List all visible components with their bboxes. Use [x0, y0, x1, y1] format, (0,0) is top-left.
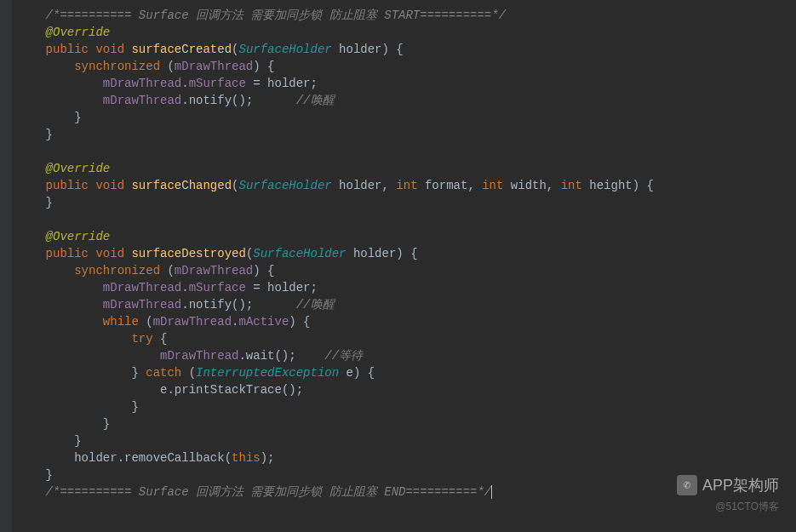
code-line: [17, 211, 796, 228]
field: mDrawThread: [175, 264, 253, 277]
param: holder: [74, 451, 117, 465]
code-line: public void surfaceCreated(SurfaceHolder…: [17, 41, 796, 58]
code-line: mDrawThread.notify(); //唤醒: [17, 296, 796, 313]
code-line: @Override: [17, 160, 796, 177]
keyword: public: [46, 179, 89, 192]
param: holder: [353, 247, 396, 260]
param: holder: [267, 281, 310, 295]
code-line: while (mDrawThread.mActive) {: [17, 313, 796, 330]
comment-text: //等待: [324, 349, 363, 363]
method-call: wait: [246, 349, 275, 363]
code-line: e.printStackTrace();: [17, 381, 796, 398]
method-name: surfaceCreated: [131, 43, 232, 56]
type: SurfaceHolder: [253, 247, 346, 260]
annotation: @Override: [46, 26, 111, 39]
keyword: void: [95, 179, 124, 192]
type: SurfaceHolder: [238, 43, 331, 56]
code-editor[interactable]: /*========== Surface 回调方法 需要加同步锁 防止阻塞 ST…: [0, 0, 796, 507]
code-line: }: [17, 126, 796, 143]
field: mDrawThread: [103, 298, 181, 312]
field: mDrawThread: [153, 315, 232, 329]
code-line: synchronized (mDrawThread) {: [17, 262, 796, 279]
method-name: surfaceDestroyed: [131, 247, 245, 260]
code-line: }: [17, 398, 796, 415]
field: mDrawThread: [103, 77, 181, 90]
type: SurfaceHolder: [238, 179, 331, 192]
field: mDrawThread: [103, 281, 181, 295]
keyword: catch: [146, 366, 181, 380]
code-line: try {: [17, 330, 796, 347]
param: e: [346, 366, 353, 380]
comment-text: /*========== Surface 回调方法 需要加同步锁 防止阻塞 ST…: [46, 9, 506, 22]
code-line: public void surfaceChanged(SurfaceHolder…: [17, 177, 796, 194]
code-line: }: [17, 194, 796, 211]
annotation: @Override: [46, 162, 111, 175]
method-call: removeCallback: [124, 451, 225, 465]
keyword: int: [482, 179, 503, 192]
method-name: surfaceChanged: [131, 179, 232, 192]
field: mActive: [238, 315, 289, 329]
code-line: holder.removeCallback(this);: [17, 449, 796, 466]
code-line: mDrawThread.mSurface = holder;: [17, 279, 796, 296]
code-line: /*========== Surface 回调方法 需要加同步锁 防止阻塞 ST…: [17, 7, 796, 24]
code-line: }: [17, 415, 796, 432]
code-line: synchronized (mDrawThread) {: [17, 58, 796, 75]
keyword: public: [46, 43, 89, 56]
field: mDrawThread: [160, 349, 238, 363]
keyword: void: [95, 43, 124, 56]
param: height: [589, 179, 632, 192]
code-line: public void surfaceDestroyed(SurfaceHold…: [17, 245, 796, 262]
code-line: [17, 143, 796, 160]
method-call: notify: [189, 94, 232, 107]
code-line: @Override: [17, 24, 796, 41]
field: mDrawThread: [103, 94, 181, 107]
code-line: mDrawThread.notify(); //唤醒: [17, 92, 796, 109]
code-line: }: [17, 432, 796, 449]
param: holder: [339, 179, 381, 192]
code-line: /*========== Surface 回调方法 需要加同步锁 防止阻塞 EN…: [17, 483, 796, 501]
keyword: while: [103, 315, 139, 329]
keyword: void: [95, 247, 124, 260]
comment-text: /*========== Surface 回调方法 需要加同步锁 防止阻塞 EN…: [46, 485, 492, 499]
keyword: this: [232, 451, 261, 465]
annotation: @Override: [46, 230, 111, 243]
code-line: }: [17, 466, 796, 483]
keyword: public: [46, 247, 89, 260]
type: InterruptedException: [196, 366, 339, 380]
code-line: } catch (InterruptedException e) {: [17, 364, 796, 381]
comment-text: //唤醒: [296, 298, 335, 312]
field: mDrawThread: [175, 60, 253, 73]
keyword: try: [131, 332, 152, 346]
param: holder: [267, 77, 310, 90]
code-line: mDrawThread.mSurface = holder;: [17, 75, 796, 92]
field: mSurface: [189, 281, 246, 295]
method-call: notify: [189, 298, 232, 312]
code-line: mDrawThread.wait(); //等待: [17, 347, 796, 364]
param: format: [425, 179, 467, 192]
text-cursor: [491, 485, 492, 499]
code-line: @Override: [17, 228, 796, 245]
keyword: int: [396, 179, 417, 192]
keyword: synchronized: [74, 264, 160, 277]
keyword: synchronized: [74, 60, 160, 73]
field: mSurface: [189, 77, 246, 90]
comment-text: //唤醒: [296, 94, 335, 107]
param: holder: [339, 43, 381, 56]
method-call: printStackTrace: [175, 383, 282, 397]
keyword: int: [561, 179, 582, 192]
code-line: }: [17, 109, 796, 126]
param: width: [511, 179, 547, 192]
